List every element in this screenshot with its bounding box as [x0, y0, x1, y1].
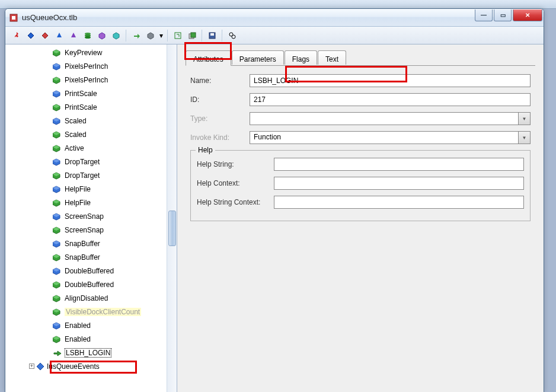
tree-item-snapbuffer[interactable]: SnapBuffer: [23, 237, 177, 250]
tree-item-label: Active: [65, 144, 84, 152]
help-legend: Help: [196, 146, 215, 154]
type-select[interactable]: [250, 112, 519, 125]
cube-teal-icon[interactable]: [110, 29, 123, 42]
tree-item-label: AlignDisabled: [65, 294, 108, 302]
separator: [126, 30, 127, 42]
tree-item-scaled[interactable]: Scaled: [23, 114, 177, 128]
scroll-thumb[interactable]: [168, 211, 176, 246]
invoke-dropdown-button[interactable]: ▼: [519, 131, 531, 144]
tree-item-droptarget[interactable]: DropTarget: [23, 155, 177, 168]
tree-item-label: VisibleDockClientCount: [65, 308, 141, 316]
prop-green-icon: [53, 335, 62, 343]
svg-rect-5: [175, 33, 181, 39]
tab-attributes[interactable]: Attributes: [186, 50, 231, 66]
expand-icon[interactable]: +: [29, 364, 34, 369]
tree-item-screensnap[interactable]: ScreenSnap: [23, 209, 177, 223]
find-icon[interactable]: [226, 29, 239, 42]
cube-gray-icon[interactable]: [144, 29, 157, 42]
maximize-button[interactable]: ▭: [494, 9, 512, 21]
cube-purple-icon[interactable]: [95, 29, 108, 42]
prop-green-icon: [53, 130, 62, 139]
arrow-green-icon[interactable]: [130, 29, 143, 42]
tree-item-label: IusQueueEvents: [47, 362, 100, 371]
diamond-blue-icon[interactable]: [24, 29, 37, 42]
tree-item-printscale[interactable]: PrintScale: [23, 100, 177, 114]
prop-green-icon: [53, 171, 62, 180]
content-area: KeyPreviewPixelsPerInchPixelsPerInchPrin…: [5, 44, 544, 392]
prop-blue-icon: [53, 90, 62, 98]
window-title: usQueueOcx.tlb: [22, 13, 77, 22]
tree-item-label: SnapBuffer: [65, 240, 100, 248]
tree-item-doublebuffered[interactable]: DoubleBuffered: [23, 278, 177, 291]
tree-blue-icon[interactable]: [53, 29, 66, 42]
prop-green-icon: [53, 76, 62, 84]
help-string-input[interactable]: [274, 158, 524, 171]
prop-green-icon: [53, 199, 62, 207]
tree-item-pixelsperinch[interactable]: PixelsPerInch: [23, 59, 177, 73]
tree-item-printscale[interactable]: PrintScale: [23, 87, 177, 100]
save-icon[interactable]: [206, 29, 219, 42]
prop-green-icon: [53, 144, 62, 152]
tree-item-label: Scaled: [65, 117, 87, 125]
tree-item-helpfile[interactable]: HelpFile: [23, 196, 177, 209]
tab-flags[interactable]: Flags: [285, 50, 317, 65]
type-label: Type:: [190, 114, 250, 123]
tab-body: Name: ID: Type: ▼ Invoke Kind:: [186, 65, 535, 230]
register-icon[interactable]: [186, 29, 199, 42]
help-context-label: Help Context:: [197, 179, 274, 187]
main-window: usQueueOcx.tlb — ▭ ✕ ▾ KeyPreviewPixelsP…: [5, 8, 544, 392]
id-input[interactable]: [250, 93, 531, 106]
tree-item-label: DropTarget: [65, 158, 100, 166]
tree-item-iusqueueevents[interactable]: +IusQueueEvents: [23, 359, 177, 373]
tree-item-enabled[interactable]: Enabled: [23, 318, 177, 332]
tree-panel: KeyPreviewPixelsPerInchPixelsPerInchPrin…: [5, 44, 177, 392]
method-green-icon: [53, 349, 62, 357]
prop-blue-icon: [53, 267, 62, 275]
tree-item-label: LSBH_LOGIN: [65, 348, 111, 358]
help-string-label: Help String:: [197, 160, 274, 168]
prop-blue-icon: [53, 117, 62, 125]
tree-item-doublebuffered[interactable]: DoubleBuffered: [23, 264, 177, 278]
tree-content: KeyPreviewPixelsPerInchPixelsPerInchPrin…: [5, 44, 177, 373]
title-bar[interactable]: usQueueOcx.tlb — ▭ ✕: [5, 9, 544, 27]
help-fieldset: Help Help String: Help Context: Help Str…: [190, 150, 531, 221]
refresh-icon[interactable]: [171, 29, 184, 42]
tree-item-keypreview[interactable]: KeyPreview: [23, 46, 177, 59]
tab-text[interactable]: Text: [318, 50, 346, 65]
detail-panel: AttributesParametersFlagsText Name: ID: …: [177, 44, 544, 392]
tree-item-lsbh_login[interactable]: LSBH_LOGIN: [23, 346, 177, 359]
tree-item-scaled[interactable]: Scaled: [23, 128, 177, 141]
svg-point-11: [232, 35, 235, 39]
name-input[interactable]: [250, 74, 531, 87]
tree-item-label: Scaled: [65, 130, 87, 139]
pin-icon[interactable]: [10, 29, 23, 42]
tree-item-label: KeyPreview: [65, 49, 102, 57]
help-string-context-label: Help String Context:: [197, 198, 274, 206]
minimize-button[interactable]: —: [475, 9, 493, 21]
tree-item-enabled[interactable]: Enabled: [23, 332, 177, 346]
tree-item-helpfile[interactable]: HelpFile: [23, 182, 177, 196]
tree-item-label: ScreenSnap: [65, 226, 104, 234]
tree-item-snapbuffer[interactable]: SnapBuffer: [23, 250, 177, 264]
tree-scrollbar[interactable]: [167, 44, 177, 392]
stack-green-icon[interactable]: [81, 29, 94, 42]
tree-item-screensnap[interactable]: ScreenSnap: [23, 223, 177, 237]
help-context-input[interactable]: [274, 177, 524, 190]
diamond-red-icon[interactable]: [39, 29, 52, 42]
tree-item-active[interactable]: Active: [23, 141, 177, 155]
tree-item-droptarget[interactable]: DropTarget: [23, 168, 177, 182]
id-label: ID:: [190, 95, 250, 104]
type-dropdown-button[interactable]: ▼: [519, 112, 531, 125]
tree-item-label: Enabled: [65, 321, 91, 330]
tree-item-visibledockclientcount[interactable]: VisibleDockClientCount: [23, 305, 177, 318]
prop-green-icon: [53, 253, 62, 262]
close-button[interactable]: ✕: [513, 9, 542, 21]
tree-purple-icon[interactable]: [67, 29, 80, 42]
invoke-select[interactable]: Function: [250, 131, 519, 144]
dropdown-arrow-icon[interactable]: ▾: [158, 31, 164, 40]
tree-item-aligndisabled[interactable]: AlignDisabled: [23, 291, 177, 305]
tree-item-label: PrintScale: [65, 90, 97, 98]
tab-parameters[interactable]: Parameters: [232, 50, 284, 65]
tree-item-pixelsperinch[interactable]: PixelsPerInch: [23, 73, 177, 87]
help-string-context-input[interactable]: [274, 196, 524, 209]
